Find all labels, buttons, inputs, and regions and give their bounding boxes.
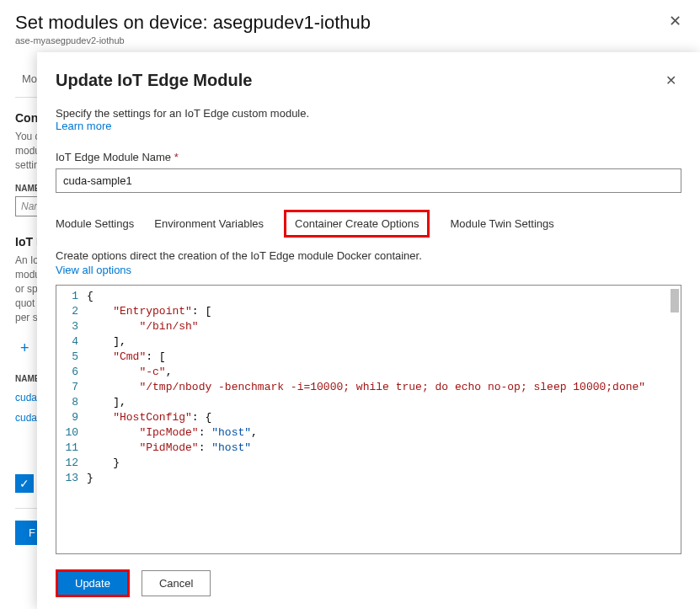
line-num: 10 <box>63 425 78 441</box>
close-icon[interactable]: ✕ <box>660 71 681 90</box>
page-subtitle: ase-myasegpudev2-iothub <box>15 35 685 45</box>
create-options-editor[interactable]: 1 2 3 4 5 6 7 8 9 10 11 12 13 { "Entrypo… <box>56 285 681 554</box>
check-icon[interactable]: ✓ <box>15 474 34 493</box>
tab-environment-variables[interactable]: Environment Variables <box>154 214 264 233</box>
code-content[interactable]: { "Entrypoint": [ "/bin/sh" ], "Cmd": [ … <box>87 286 681 553</box>
line-num: 9 <box>63 410 78 425</box>
line-num: 1 <box>63 289 78 304</box>
line-num: 12 <box>63 456 78 471</box>
code-tk: , <box>166 366 173 378</box>
code-tk: "/bin/sh" <box>139 320 198 333</box>
code-tk: "Entrypoint" <box>113 305 192 318</box>
close-icon[interactable]: ✕ <box>669 12 681 30</box>
module-name-label-text: IoT Edge Module Name <box>56 151 171 163</box>
code-tk: , <box>251 426 258 439</box>
panel-title: Update IoT Edge Module <box>56 71 252 90</box>
code-tk: : [ <box>146 350 165 363</box>
line-num: 8 <box>63 395 78 410</box>
update-module-panel: Update IoT Edge Module ✕ Specify the set… <box>37 52 700 609</box>
tab-module-twin-settings[interactable]: Module Twin Settings <box>450 214 553 233</box>
code-tk: ], <box>113 396 126 409</box>
code-tk: "/tmp/nbody -benchmark -i=10000; while t… <box>139 381 645 393</box>
scrollbar-thumb[interactable] <box>671 289 679 313</box>
line-num: 11 <box>63 441 78 456</box>
panel-button-bar: Update Cancel <box>56 569 681 597</box>
code-tk: ], <box>113 335 126 348</box>
line-gutter: 1 2 3 4 5 6 7 8 9 10 11 12 13 <box>56 286 87 553</box>
line-num: 3 <box>63 319 78 334</box>
line-num: 4 <box>63 334 78 350</box>
code-tk: : { <box>192 411 211 424</box>
code-tk: "host" <box>211 441 251 454</box>
code-tk: "IpcMode" <box>139 426 198 439</box>
code-tk: } <box>113 457 120 469</box>
module-name-input[interactable] <box>56 168 681 193</box>
code-tk: : [ <box>192 305 211 318</box>
update-button[interactable]: Update <box>56 569 130 597</box>
code-tk: } <box>87 472 94 484</box>
tab-container-create-options[interactable]: Container Create Options <box>284 210 430 238</box>
code-tk: "-c" <box>139 366 165 378</box>
learn-more-link[interactable]: Learn more <box>56 120 681 132</box>
code-tk: "Cmd" <box>113 350 146 363</box>
module-tabs: Module Settings Environment Variables Co… <box>56 210 681 238</box>
view-all-options-link[interactable]: View all options <box>56 264 681 276</box>
line-num: 7 <box>63 380 78 395</box>
page-title: Set modules on device: asegpudev1-iothub <box>15 12 685 34</box>
tab-module-settings[interactable]: Module Settings <box>56 214 134 233</box>
module-name-label: IoT Edge Module Name * <box>56 151 681 163</box>
code-tk: "HostConfig" <box>113 411 192 424</box>
line-num: 2 <box>63 304 78 319</box>
line-num: 6 <box>63 365 78 380</box>
panel-description: Specify the settings for an IoT Edge cus… <box>56 107 681 120</box>
cancel-button[interactable]: Cancel <box>142 570 211 596</box>
line-num: 13 <box>63 471 78 486</box>
tab-description: Create options direct the creation of th… <box>56 249 681 262</box>
code-tk: { <box>87 290 94 302</box>
line-num: 5 <box>63 350 78 365</box>
code-tk: : <box>199 441 212 454</box>
code-tk: "host" <box>211 426 251 439</box>
code-tk: "PidMode" <box>139 441 198 454</box>
required-asterisk: * <box>174 151 179 163</box>
code-tk: : <box>199 426 212 439</box>
